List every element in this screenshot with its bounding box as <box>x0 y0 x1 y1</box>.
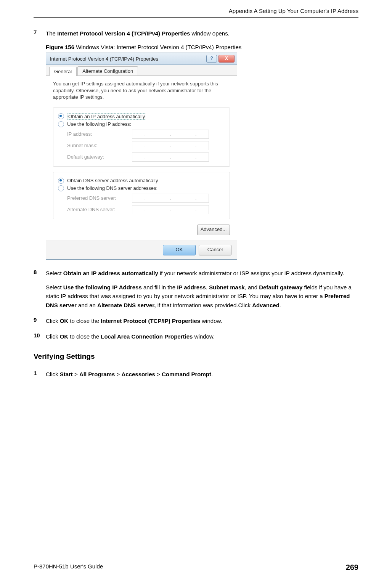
step-8: 8 Select Obtain an IP address automatica… <box>34 269 358 310</box>
text: , <box>206 284 209 290</box>
bold: Subnet mask <box>209 284 244 290</box>
text: if your network administrator or ISP ass… <box>158 270 344 276</box>
section-verifying-settings: Verifying Settings <box>34 352 358 361</box>
bold: Obtain an IP address automatically <box>63 270 158 276</box>
dns-group: Obtain DNS server address automatically … <box>53 172 230 219</box>
step-body: Select Obtain an IP address automaticall… <box>46 269 358 310</box>
step-number: 7 <box>34 29 46 35</box>
text: to close the <box>68 333 101 340</box>
text: window. <box>200 318 222 324</box>
tab-body: You can get IP settings assigned automat… <box>46 75 237 241</box>
step-10: 10 Click OK to close the Local Area Conn… <box>34 332 358 341</box>
radio-use-ip[interactable]: Use the following IP address: <box>58 121 225 127</box>
step-number: 10 <box>34 332 46 339</box>
field-preferred-dns: Preferred DNS server: ... <box>67 194 225 203</box>
bold: Internet Protocol Version 4 (TCP/IPv4) P… <box>57 30 190 37</box>
ip-group: Obtain an IP address automatically Use t… <box>53 108 230 167</box>
step-body: Click OK to close the Local Area Connect… <box>46 332 358 341</box>
dialog-footer: OK Cancel <box>46 241 237 259</box>
text: and an <box>77 302 97 308</box>
field-label: IP address: <box>67 131 132 137</box>
text: . <box>280 302 281 308</box>
radio-label: Obtain DNS server address automatically <box>67 178 158 183</box>
dialog-figure: Internet Protocol Version 4 (TCP/IPv4) P… <box>46 53 358 260</box>
text: Select <box>46 270 63 276</box>
step-9: 9 Click OK to close the Internet Protoco… <box>34 316 358 325</box>
ip-input[interactable]: ... <box>132 205 209 214</box>
bold: Alternate DNS server, <box>97 302 156 308</box>
bold: Advanced <box>252 302 280 308</box>
footer-page-number: 269 <box>346 563 358 572</box>
text: Click <box>46 371 60 377</box>
tab-general[interactable]: General <box>49 67 77 76</box>
text: window opens. <box>190 30 229 37</box>
figure-caption: Figure 156 Windows Vista: Internet Proto… <box>46 44 358 50</box>
field-ip-address: IP address: ... <box>67 130 225 139</box>
step-number: 1 <box>34 370 46 376</box>
radio-obtain-dns[interactable]: Obtain DNS server address automatically <box>58 178 225 184</box>
radio-icon <box>58 178 64 184</box>
figure-label: Figure 156 <box>46 44 74 50</box>
step-body: The Internet Protocol Version 4 (TCP/IPv… <box>46 29 358 38</box>
ip-input[interactable]: ... <box>132 130 209 139</box>
field-label: Alternate DNS server: <box>67 207 132 212</box>
text: Click <box>46 333 60 340</box>
radio-icon <box>58 113 64 119</box>
ok-button[interactable]: OK <box>163 245 196 255</box>
bold: Command Prompt <box>162 371 211 377</box>
ip-input[interactable]: ... <box>132 152 209 162</box>
tab-alternate[interactable]: Alternate Configuration <box>77 66 138 75</box>
field-label: Default gateway: <box>67 154 132 160</box>
step-body: Click Start > All Programs > Accessories… <box>46 370 358 379</box>
dialog-description: You can get IP settings assigned automat… <box>53 80 230 101</box>
field-label: Preferred DNS server: <box>67 195 132 201</box>
vista-dialog: Internet Protocol Version 4 (TCP/IPv4) P… <box>46 53 237 260</box>
dialog-titlebar: Internet Protocol Version 4 (TCP/IPv4) P… <box>46 53 237 65</box>
bold: All Programs <box>79 371 115 377</box>
text: to close the <box>68 318 101 324</box>
text: > <box>155 371 162 377</box>
text: window. <box>193 333 215 340</box>
bold: Default gateway <box>259 284 302 290</box>
page-footer: P-870HN-51b User's Guide 269 <box>34 559 358 572</box>
verify-step-1: 1 Click Start > All Programs > Accessori… <box>34 370 358 379</box>
bold: Internet Protocol (TCP/IP) Properties <box>101 318 200 324</box>
step-body: Click OK to close the Internet Protocol … <box>46 316 358 325</box>
page-header: Appendix A Setting Up Your Computer's IP… <box>34 8 358 18</box>
radio-obtain-ip[interactable]: Obtain an IP address automatically <box>58 113 225 120</box>
ip-input[interactable]: ... <box>132 141 209 150</box>
field-subnet: Subnet mask: ... <box>67 141 225 150</box>
step-7: 7 The Internet Protocol Version 4 (TCP/I… <box>34 29 358 38</box>
radio-label: Obtain an IP address automatically <box>67 113 146 120</box>
text: Select <box>46 284 63 290</box>
step-number: 9 <box>34 316 46 323</box>
field-gateway: Default gateway: ... <box>67 152 225 162</box>
figure-text: Windows Vista: Internet Protocol Version… <box>74 44 241 50</box>
bold: IP address <box>177 284 206 290</box>
field-label: Subnet mask: <box>67 143 132 148</box>
bold: Start <box>60 371 73 377</box>
radio-icon <box>58 185 64 191</box>
text: The <box>46 30 57 37</box>
radio-use-dns[interactable]: Use the following DNS server addresses: <box>58 185 225 191</box>
field-alternate-dns: Alternate DNS server: ... <box>67 205 225 214</box>
bold: Use the following IP Address <box>63 284 142 290</box>
step-number: 8 <box>34 269 46 275</box>
advanced-row: Advanced... <box>53 225 230 235</box>
close-button[interactable]: X <box>218 55 235 63</box>
text: > <box>73 371 79 377</box>
cancel-button[interactable]: Cancel <box>199 245 231 255</box>
bold: OK <box>60 333 69 340</box>
ip-input[interactable]: ... <box>132 194 209 203</box>
bold: OK <box>60 318 69 324</box>
help-button[interactable]: ? <box>206 55 217 63</box>
text: . <box>211 371 213 377</box>
text: > <box>115 371 121 377</box>
bold: Accessories <box>121 371 155 377</box>
footer-guide: P-870HN-51b User's Guide <box>34 563 103 572</box>
text: if that information was provided.Click <box>156 302 252 308</box>
bold: Local Area Connection Properties <box>101 333 193 340</box>
text: , and <box>245 284 259 290</box>
radio-label: Use the following IP address: <box>67 121 131 127</box>
advanced-button[interactable]: Advanced... <box>197 225 230 235</box>
